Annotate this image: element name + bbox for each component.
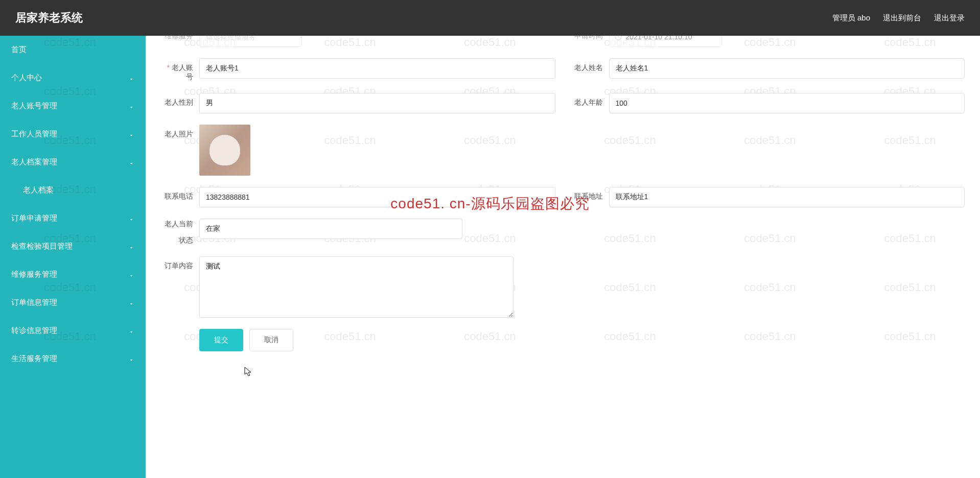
- sidebar-item-home[interactable]: 首页: [0, 36, 146, 64]
- order-content-label: 订单内容: [161, 256, 199, 271]
- sidebar-item-label: 转诊信息管理: [11, 326, 57, 336]
- field-order-content: 订单内容 测试: [161, 256, 965, 318]
- sidebar-item-personal[interactable]: 个人中心: [0, 64, 146, 92]
- chevron-down-icon: [128, 244, 134, 250]
- chevron-down-icon: [128, 103, 134, 109]
- sidebar-item-label: 个人中心: [11, 73, 42, 83]
- chevron-up-icon: [128, 159, 134, 165]
- status-label-2: 状态: [161, 229, 193, 245]
- account-label: 老人账号: [161, 58, 199, 82]
- photo-upload[interactable]: [199, 125, 250, 176]
- clock-icon: [614, 36, 622, 41]
- sidebar-item-staff[interactable]: 工作人员管理: [0, 120, 146, 148]
- sidebar: 首页 个人中心 老人账号管理 工作人员管理 老人档案管理 老人档案 订单申请管理…: [0, 36, 146, 478]
- chevron-down-icon: [128, 356, 134, 362]
- sidebar-item-label: 老人档案管理: [11, 157, 57, 167]
- submit-button[interactable]: 提交: [199, 329, 243, 351]
- sidebar-subitem-elder-file[interactable]: 老人档案: [0, 176, 146, 204]
- address-input[interactable]: [609, 187, 965, 207]
- button-row: 提交 取消: [161, 329, 965, 351]
- field-status: 老人当前 状态: [161, 219, 965, 245]
- sidebar-item-check-project[interactable]: 检查检验项目管理: [0, 232, 146, 260]
- field-apply-time: 申请时间: [571, 36, 965, 47]
- app-title: 居家养老系统: [15, 10, 83, 26]
- chevron-down-icon: [128, 216, 134, 222]
- service-select[interactable]: [199, 36, 302, 47]
- sidebar-item-transfer-info[interactable]: 转诊信息管理: [0, 317, 146, 345]
- field-phone: 联系电话: [161, 187, 555, 207]
- status-input[interactable]: [199, 219, 462, 239]
- field-account: 老人账号: [161, 58, 555, 82]
- chevron-down-icon: [128, 300, 134, 306]
- phone-label: 联系电话: [161, 187, 199, 201]
- sidebar-item-label: 订单信息管理: [11, 298, 57, 307]
- field-name: 老人姓名: [571, 58, 965, 82]
- logout-front-link[interactable]: 退出到前台: [883, 13, 921, 23]
- sidebar-item-order-apply[interactable]: 订单申请管理: [0, 204, 146, 232]
- field-service: 维修服务: [161, 36, 555, 47]
- sidebar-item-label: 首页: [11, 45, 27, 55]
- sidebar-item-label: 老人档案: [23, 185, 54, 195]
- field-age: 老人年龄: [571, 93, 965, 113]
- sidebar-item-label: 生活服务管理: [11, 354, 57, 364]
- sidebar-item-life-service[interactable]: 生活服务管理: [0, 345, 146, 373]
- age-label: 老人年龄: [571, 93, 609, 107]
- header: 居家养老系统 管理员 abo 退出到前台 退出登录: [0, 0, 980, 36]
- sidebar-item-elder-file[interactable]: 老人档案管理: [0, 148, 146, 176]
- gender-input[interactable]: [199, 93, 555, 113]
- sidebar-item-label: 老人账号管理: [11, 101, 57, 111]
- cancel-button[interactable]: 取消: [249, 329, 293, 351]
- field-address: 联系地址: [571, 187, 965, 207]
- sidebar-item-label: 工作人员管理: [11, 129, 57, 139]
- field-photo: 老人照片: [161, 125, 965, 176]
- name-label: 老人姓名: [571, 58, 609, 73]
- photo-label: 老人照片: [161, 125, 199, 139]
- sidebar-item-elder-account[interactable]: 老人账号管理: [0, 92, 146, 120]
- sidebar-item-repair-service[interactable]: 维修服务管理: [0, 260, 146, 289]
- service-label: 维修服务: [161, 36, 199, 41]
- chevron-down-icon: [128, 75, 134, 81]
- header-right: 管理员 abo 退出到前台 退出登录: [832, 13, 965, 23]
- chevron-down-icon: [128, 272, 134, 278]
- chevron-down-icon: [128, 328, 134, 334]
- status-label-1: 老人当前: [161, 219, 193, 229]
- apply-time-label: 申请时间: [571, 36, 609, 41]
- apply-time-input[interactable]: [609, 36, 722, 47]
- avatar-image: [209, 135, 240, 165]
- logout-link[interactable]: 退出登录: [934, 13, 965, 23]
- gender-label: 老人性别: [161, 93, 199, 107]
- user-label[interactable]: 管理员 abo: [832, 13, 870, 23]
- sidebar-item-order-info[interactable]: 订单信息管理: [0, 289, 146, 317]
- account-input[interactable]: [199, 58, 555, 79]
- order-content-textarea[interactable]: 测试: [199, 256, 514, 318]
- phone-input[interactable]: [199, 187, 555, 207]
- address-label: 联系地址: [571, 187, 609, 201]
- sidebar-item-label: 检查检验项目管理: [11, 242, 73, 251]
- sidebar-item-label: 订单申请管理: [11, 213, 57, 223]
- sidebar-item-label: 维修服务管理: [11, 270, 57, 279]
- field-gender: 老人性别: [161, 93, 555, 113]
- name-input[interactable]: [609, 58, 965, 79]
- chevron-down-icon: [128, 131, 134, 137]
- main-content: 维修服务 申请时间 老人账号 老人姓名 老人性别: [146, 36, 980, 478]
- age-input[interactable]: [609, 93, 965, 113]
